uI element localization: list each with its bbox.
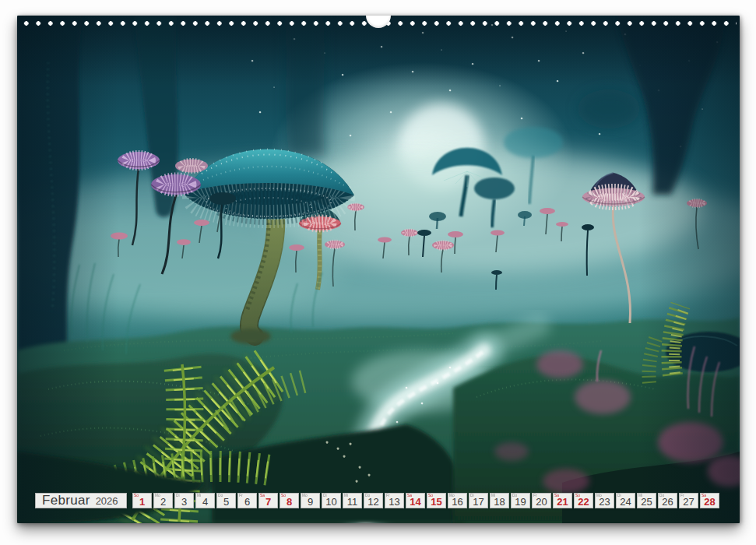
day-number: 24 — [616, 497, 635, 507]
day-number: 11 — [343, 497, 362, 507]
day-number: 26 — [658, 497, 677, 507]
dark-mushroom — [209, 192, 236, 205]
day-number: 2 — [153, 497, 173, 507]
day-number: 7 — [258, 497, 278, 507]
day-cell: Do 12 — [364, 493, 383, 508]
day-cell: Sa 7 — [258, 493, 278, 508]
day-cell: Do 19 — [511, 493, 530, 508]
day-cell: Mo 23 — [595, 493, 614, 508]
day-number: 20 — [532, 497, 551, 507]
day-cell: So 15 — [427, 493, 446, 508]
day-cell: Sa 21 — [553, 493, 572, 508]
day-number: 18 — [490, 497, 509, 507]
day-cell: Sa 28 — [700, 493, 719, 508]
product-photo-background: Februar 2026 So 1 Mo 2 Di 3 Mi 4 Do 5 Fr… — [0, 0, 756, 545]
day-cell: Do 5 — [216, 493, 236, 508]
day-cell: Mi 11 — [343, 493, 362, 508]
day-cell: So 22 — [574, 493, 593, 508]
day-cell: Mi 25 — [637, 493, 656, 508]
day-number: 27 — [679, 497, 698, 507]
day-number: 14 — [406, 497, 425, 507]
day-cell: Di 24 — [616, 493, 635, 508]
day-number: 13 — [385, 497, 404, 507]
day-cell: Mo 2 — [153, 493, 173, 508]
month-name: Februar — [42, 493, 90, 508]
year-label: 2026 — [96, 494, 118, 509]
day-cell: So 1 — [132, 493, 152, 508]
day-number: 28 — [700, 497, 719, 507]
day-number: 19 — [511, 497, 530, 507]
day-number: 10 — [322, 497, 341, 507]
day-number: 9 — [301, 497, 320, 507]
day-number: 22 — [574, 497, 593, 507]
day-cell: Mi 18 — [490, 493, 509, 508]
day-cells: So 1 Mo 2 Di 3 Mi 4 Do 5 Fr 6 Sa 7 So 8 … — [132, 493, 719, 508]
day-cell: Mi 4 — [195, 493, 215, 508]
day-number: 17 — [469, 497, 488, 507]
day-number: 1 — [132, 497, 152, 507]
day-number: 15 — [427, 497, 446, 507]
day-number: 12 — [364, 497, 383, 507]
day-number: 16 — [448, 497, 467, 507]
month-label-box: Februar 2026 — [35, 493, 127, 508]
day-cell: Do 26 — [658, 493, 677, 508]
day-number: 23 — [595, 497, 614, 507]
day-cell: Fr 20 — [532, 493, 551, 508]
day-number: 6 — [237, 497, 257, 507]
day-number: 21 — [553, 497, 572, 507]
day-cell: Mo 9 — [301, 493, 320, 508]
day-number: 25 — [637, 497, 656, 507]
day-number: 8 — [280, 497, 299, 507]
calendar-page: Februar 2026 So 1 Mo 2 Di 3 Mi 4 Do 5 Fr… — [17, 16, 740, 523]
date-strip: Februar 2026 So 1 Mo 2 Di 3 Mi 4 Do 5 Fr… — [35, 493, 719, 508]
day-cell: Di 3 — [174, 493, 194, 508]
day-cell: Fr 6 — [237, 493, 257, 508]
day-cell: Di 10 — [322, 493, 341, 508]
calendar-artwork — [17, 16, 740, 523]
day-number: 5 — [216, 497, 236, 507]
day-cell: Di 17 — [469, 493, 488, 508]
day-cell: So 8 — [280, 493, 299, 508]
day-cell: Sa 14 — [406, 493, 425, 508]
day-number: 3 — [174, 497, 194, 507]
day-cell: Mo 16 — [448, 493, 467, 508]
day-number: 4 — [195, 497, 215, 507]
day-cell: Fr 13 — [385, 493, 404, 508]
day-cell: Fr 27 — [679, 493, 698, 508]
